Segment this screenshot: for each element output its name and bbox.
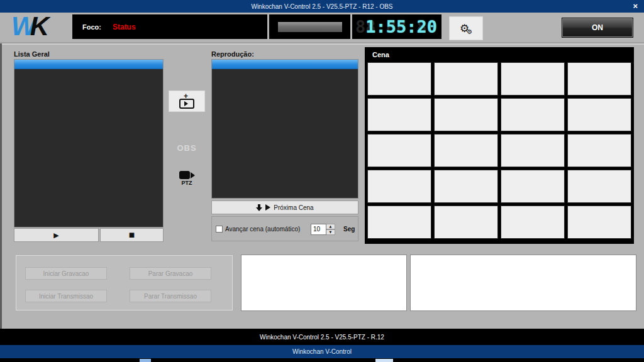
scene-cell[interactable] (501, 134, 565, 167)
scene-cell[interactable] (434, 98, 498, 131)
ptz-label: PTZ (182, 180, 192, 186)
window-title: Winkochan V-Control 2.5 - V25.5-PTZ - R1… (251, 3, 392, 10)
logo-letter-k: K (30, 11, 47, 41)
on-button[interactable]: ON (562, 18, 633, 38)
scene-cell[interactable] (567, 62, 631, 96)
stop-button[interactable]: ■ (100, 228, 164, 242)
add-media-icon: + (179, 99, 194, 109)
close-icon[interactable]: × (633, 1, 638, 12)
play-icon: ▶ (53, 232, 58, 239)
reproducao-selected-row[interactable] (212, 60, 358, 69)
interval-spinner[interactable]: 10 ▲ ▼ (311, 224, 336, 235)
add-media-play-icon (184, 101, 188, 106)
add-media-plus-icon: + (184, 92, 188, 101)
cena-title: Cena (365, 47, 634, 62)
scene-cell[interactable] (434, 62, 498, 96)
spinner-up-icon[interactable]: ▲ (326, 224, 335, 229)
lista-geral-listbox[interactable] (14, 59, 164, 228)
level-meter-panel (269, 14, 350, 39)
cena-panel: Cena (365, 47, 634, 244)
stop-icon: ■ (129, 232, 135, 238)
parar-gravacao-button[interactable]: Parar Gravacao (130, 267, 211, 280)
spinner-down-icon[interactable]: ▼ (326, 229, 335, 235)
scene-cell[interactable] (567, 170, 631, 203)
scene-cell[interactable] (567, 206, 631, 239)
taskbar-fragment (140, 359, 151, 362)
scene-cell[interactable] (367, 98, 431, 131)
scene-cell[interactable] (367, 170, 431, 203)
proxima-cena-label: Próxima Cena (274, 204, 313, 211)
scene-cell[interactable] (567, 134, 631, 167)
app-window: Winkochan V-Control 2.5 - V25.5-PTZ - R1… (0, 0, 644, 362)
scene-cell[interactable] (367, 206, 431, 239)
next-play-icon (265, 204, 270, 211)
status-bar: Winkochan V-Control 2.5 - V25.5-PTZ - R.… (0, 329, 644, 345)
titlebar: Winkochan V-Control 2.5 - V25.5-PTZ - R1… (0, 0, 644, 13)
scene-cell[interactable] (367, 134, 431, 167)
auto-advance-group: Avançar cena (automático) 10 ▲ ▼ Seg (211, 216, 358, 241)
parar-transmissao-button[interactable]: Parar Transmissao (130, 290, 211, 302)
seven-segment-clock: 88:88:88 1:55:20 (355, 17, 438, 37)
play-button[interactable]: ▶ (14, 228, 99, 242)
scene-grid (365, 62, 634, 241)
app-logo: WK (11, 14, 69, 40)
settings-button[interactable]: ⚙ ⚙ (449, 16, 483, 40)
taskbar-button-bar[interactable]: Winkochan V-Control (0, 345, 644, 358)
gear-small-icon: ⚙ (467, 29, 472, 35)
header-divider (0, 42, 644, 45)
auto-advance-label: Avançar cena (automático) (225, 226, 300, 233)
interval-value[interactable]: 10 (311, 224, 326, 235)
taskbar-text: Winkochan V-Control (292, 348, 352, 355)
foco-status-panel: Foco: Status (72, 14, 267, 39)
iniciar-gravacao-button[interactable]: Iniciar Gravacao (25, 267, 107, 280)
info-panel-left (241, 255, 407, 311)
ptz-camera-button[interactable]: PTZ (169, 171, 205, 186)
scene-cell[interactable] (501, 170, 565, 203)
proxima-cena-button[interactable]: Próxima Cena (211, 200, 358, 214)
scene-cell[interactable] (501, 206, 565, 239)
lista-geral-title: Lista Geral (14, 50, 50, 58)
down-arrow-icon (256, 204, 262, 211)
status-value: Status (113, 23, 136, 31)
auto-advance-checkbox[interactable] (216, 226, 223, 233)
lista-geral-selected-row[interactable] (14, 60, 163, 69)
scene-cell[interactable] (567, 98, 631, 131)
window-left-edge (0, 43, 2, 329)
foco-label: Foco: (82, 23, 101, 31)
recording-controls-group: Iniciar Gravacao Parar Gravacao Iniciar … (16, 255, 233, 310)
scene-cell[interactable] (434, 170, 498, 203)
reproducao-listbox[interactable] (211, 59, 358, 199)
obs-label: OBS (169, 143, 205, 153)
clock-time: 1:55:20 (355, 17, 438, 37)
taskbar-fragment (375, 359, 393, 362)
status-bar-text: Winkochan V-Control 2.5 - V25.5-PTZ - R.… (260, 334, 384, 341)
add-to-playlist-button[interactable]: + (169, 90, 205, 112)
info-panel-right (410, 255, 636, 311)
scene-cell[interactable] (434, 134, 498, 167)
camera-icon (179, 171, 195, 179)
level-meter-bar (278, 22, 342, 32)
scene-cell[interactable] (501, 62, 565, 96)
reproducao-title: Reprodução: (211, 50, 254, 58)
clock-panel: 88:88:88 1:55:20 (352, 14, 441, 39)
scene-cell[interactable] (367, 62, 431, 96)
scene-cell[interactable] (501, 98, 565, 131)
desktop-strip (0, 358, 644, 362)
iniciar-transmissao-button[interactable]: Iniciar Transmissao (25, 290, 107, 302)
scene-cell[interactable] (434, 206, 498, 239)
interval-unit-label: Seg (343, 226, 355, 233)
